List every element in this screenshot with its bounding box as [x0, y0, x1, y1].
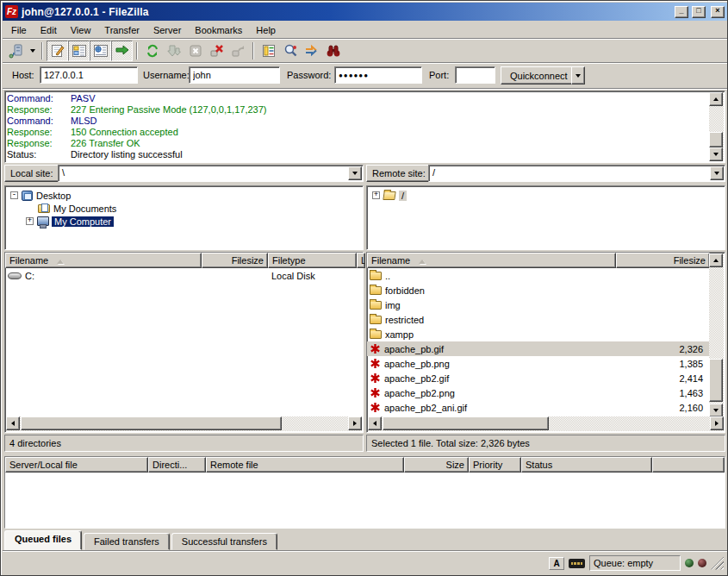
message-log-icon: [50, 43, 65, 59]
remote-vscrollbar[interactable]: [709, 254, 724, 417]
toolbar-separator: [41, 42, 43, 59]
quickconnect-button[interactable]: Quickconnect: [501, 66, 577, 85]
local-site-value: \: [62, 167, 65, 178]
reconnect-icon: [231, 43, 246, 59]
column-header-filename[interactable]: Filename: [367, 253, 616, 268]
scrollbar-thumb[interactable]: [709, 359, 723, 402]
scroll-down-icon[interactable]: [709, 147, 723, 161]
expand-icon[interactable]: +: [26, 217, 34, 225]
column-header-direction[interactable]: Directi...: [148, 457, 206, 473]
remote-site-combo[interactable]: /: [428, 165, 725, 182]
log-scrollbar[interactable]: [709, 92, 724, 161]
column-header-status[interactable]: Status: [521, 457, 652, 473]
directory-filters-button[interactable]: [258, 41, 279, 61]
toggle-transfer-queue-button[interactable]: [111, 41, 133, 61]
resize-grip[interactable]: [711, 557, 724, 570]
chevron-down-icon[interactable]: [710, 166, 724, 180]
scroll-down-icon[interactable]: [709, 404, 723, 417]
host-input[interactable]: [40, 66, 138, 84]
find-files-button[interactable]: [322, 41, 344, 61]
file-row[interactable]: ..: [367, 268, 710, 283]
desktop-icon: [22, 191, 33, 201]
queue-body[interactable]: [5, 473, 725, 528]
file-row[interactable]: restricted: [367, 312, 710, 327]
tree-item-root[interactable]: + /: [367, 189, 725, 202]
scroll-up-icon[interactable]: [709, 92, 723, 106]
remote-pane: Remote site: / + / Filename Filesize .. …: [366, 165, 725, 452]
close-button[interactable]: ×: [711, 6, 725, 18]
minimize-button[interactable]: _: [675, 6, 688, 18]
password-input[interactable]: [334, 66, 422, 84]
menu-edit[interactable]: Edit: [34, 23, 64, 37]
cancel-button[interactable]: [184, 41, 206, 61]
port-input[interactable]: [455, 66, 495, 84]
file-row-c-drive[interactable]: C: Local Disk: [5, 268, 363, 283]
expand-icon[interactable]: +: [372, 191, 380, 199]
column-header-filename[interactable]: Filename: [5, 253, 202, 268]
scroll-up-icon[interactable]: [709, 254, 723, 267]
remote-treeview-icon: [93, 43, 109, 59]
column-header-filesize[interactable]: Filesize: [202, 253, 268, 268]
tree-item-desktop[interactable]: - Desktop: [5, 189, 363, 202]
scroll-right-icon[interactable]: [710, 416, 724, 430]
column-header-remote-file[interactable]: Remote file: [206, 457, 404, 473]
toggle-message-log-button[interactable]: [47, 41, 68, 61]
menu-file[interactable]: File: [4, 23, 34, 37]
file-row[interactable]: apache_pb2.png1,463: [367, 385, 710, 400]
synchronized-browsing-button[interactable]: [301, 41, 322, 61]
disconnect-button[interactable]: [206, 41, 227, 61]
refresh-button[interactable]: [141, 41, 163, 61]
column-header-filler: [652, 457, 725, 473]
local-list-body: C: Local Disk: [5, 268, 363, 417]
process-queue-button[interactable]: [163, 41, 184, 61]
column-header-priority[interactable]: Priority: [469, 457, 521, 473]
menu-server[interactable]: Server: [146, 23, 188, 37]
log-line: Response:227 Entering Passive Mode (127,…: [7, 104, 708, 116]
scrollbar-thumb[interactable]: [383, 416, 549, 430]
tree-item-my-documents[interactable]: My Documents: [5, 202, 363, 215]
column-header-filesize[interactable]: Filesize: [616, 253, 710, 268]
quickconnect-dropdown[interactable]: [571, 66, 585, 85]
local-site-combo[interactable]: \: [58, 165, 364, 182]
file-row[interactable]: apache_pb2.gif2,414: [367, 371, 710, 385]
tab-successful-transfers[interactable]: Successful transfers: [171, 533, 277, 550]
file-row[interactable]: img: [367, 297, 710, 312]
local-tree[interactable]: - Desktop My Documents + My Computer: [4, 185, 364, 250]
scroll-right-icon[interactable]: [348, 416, 362, 430]
menu-bookmarks[interactable]: Bookmarks: [188, 23, 249, 37]
local-hscrollbar[interactable]: [6, 416, 362, 431]
site-manager-button[interactable]: [5, 41, 27, 61]
file-row[interactable]: forbidden: [367, 283, 710, 297]
scroll-left-icon[interactable]: [368, 416, 382, 430]
menu-help[interactable]: Help: [249, 23, 283, 37]
chevron-down-icon[interactable]: [348, 166, 362, 180]
column-header-server-local-file[interactable]: Server/Local file: [5, 457, 148, 473]
collapse-icon[interactable]: -: [10, 191, 18, 199]
reconnect-button[interactable]: [227, 41, 249, 61]
username-input[interactable]: [189, 66, 280, 84]
file-row[interactable]: apache_pb2_ani.gif2,160: [367, 400, 710, 415]
tab-failed-transfers[interactable]: Failed transfers: [84, 533, 170, 550]
toggle-local-tree-button[interactable]: [68, 41, 90, 61]
file-row[interactable]: apache_pb.png1,385: [367, 356, 710, 371]
tree-item-my-computer[interactable]: + My Computer: [5, 215, 363, 228]
menu-view[interactable]: View: [64, 23, 98, 37]
column-header-size[interactable]: Size: [404, 457, 469, 473]
column-header-filetype[interactable]: Filetype: [268, 253, 357, 268]
toolbar-separator: [136, 42, 138, 59]
file-row-selected[interactable]: apache_pb.gif2,326: [367, 341, 710, 356]
directory-comparison-button[interactable]: [279, 41, 301, 61]
filezilla-logo-icon: Fz: [5, 5, 18, 18]
scroll-left-icon[interactable]: [6, 416, 20, 430]
scrollbar-thumb[interactable]: [21, 416, 282, 430]
toggle-remote-tree-button[interactable]: [90, 41, 111, 61]
scrollbar-thumb[interactable]: [709, 132, 723, 147]
remote-tree[interactable]: + /: [366, 185, 725, 250]
remote-hscrollbar[interactable]: [368, 416, 724, 431]
file-row[interactable]: xampp: [367, 327, 710, 341]
tab-queued-files[interactable]: Queued files: [4, 530, 82, 550]
menu-transfer[interactable]: Transfer: [97, 23, 146, 37]
site-manager-dropdown[interactable]: [27, 41, 38, 61]
disconnect-icon: [209, 43, 225, 59]
maximize-button[interactable]: □: [692, 6, 706, 18]
